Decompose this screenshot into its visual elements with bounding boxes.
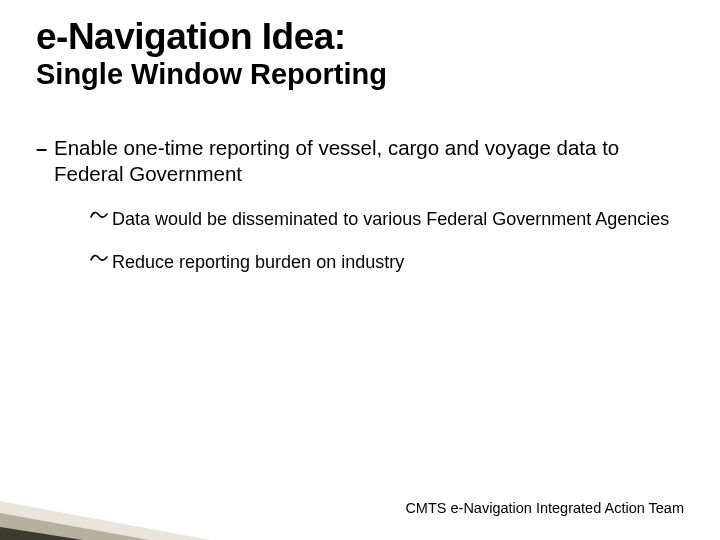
slide-content: – Enable one-time reporting of vessel, c… [36,135,684,273]
list-item: Reduce reporting burden on industry [90,251,684,274]
corner-wedge-decoration [0,428,254,540]
bullet-wing-icon [90,251,112,266]
bullet-text: Data would be disseminated to various Fe… [112,208,669,231]
sub-list: Data would be disseminated to various Fe… [90,208,684,273]
slide: e-Navigation Idea: Single Window Reporti… [0,0,720,540]
bullet-dash-icon: – [36,135,54,160]
bullet-text: Reduce reporting burden on industry [112,251,404,274]
list-item: Data would be disseminated to various Fe… [90,208,684,231]
list-item: – Enable one-time reporting of vessel, c… [36,135,684,188]
svg-marker-1 [0,512,194,540]
slide-footer: CMTS e-Navigation Integrated Action Team [405,500,684,516]
svg-marker-0 [0,500,254,540]
slide-title: e-Navigation Idea: [36,18,684,57]
bullet-wing-icon [90,208,112,223]
svg-marker-2 [0,526,134,540]
slide-subtitle: Single Window Reporting [36,59,684,91]
bullet-text: Enable one-time reporting of vessel, car… [54,135,684,188]
